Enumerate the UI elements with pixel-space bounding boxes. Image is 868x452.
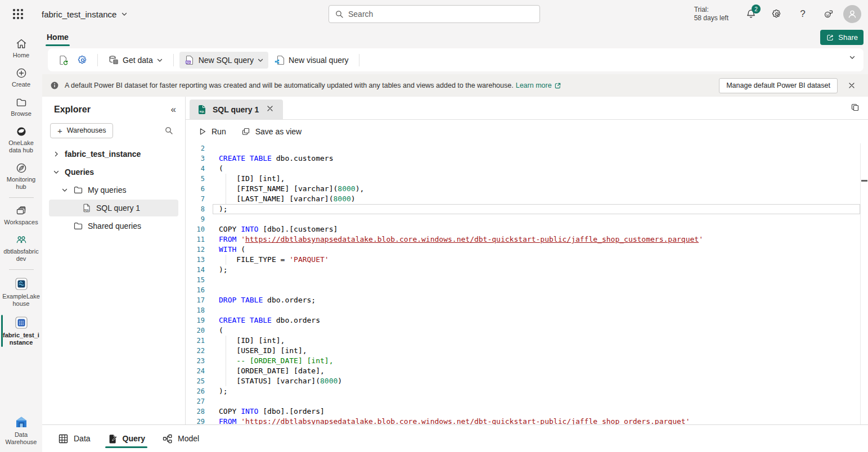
explorer-search-button[interactable] bbox=[160, 122, 177, 139]
rail-item-create[interactable]: Create bbox=[1, 63, 42, 92]
tab-sql-query-1[interactable]: SQL SQL query 1 bbox=[190, 100, 283, 119]
rail-item-home[interactable]: Home bbox=[1, 34, 42, 63]
refresh-dataset-button[interactable] bbox=[55, 52, 73, 69]
toolbar-divider bbox=[97, 54, 98, 66]
code-line-22[interactable]: 22 [USER_ID] [int], bbox=[186, 346, 868, 356]
query-action-bar: Run Save as view bbox=[186, 120, 868, 143]
toolbar-divider bbox=[359, 54, 359, 66]
rail-item-dbtlabsfabricdev[interactable]: dbtlabsfabricdev bbox=[1, 230, 42, 266]
new-sql-query-button[interactable]: SQL New SQL query bbox=[179, 52, 268, 69]
code-line-23[interactable]: 23 -- [ORDER_DATE] [int], bbox=[186, 356, 868, 366]
code-line-27[interactable]: 27 bbox=[186, 396, 868, 406]
code-text: [ID] [int], bbox=[219, 336, 285, 346]
view-tab-query[interactable]: Query bbox=[103, 425, 150, 452]
chevron-down-icon[interactable] bbox=[61, 187, 69, 193]
add-warehouses-button[interactable]: + Warehouses bbox=[50, 123, 113, 138]
code-line-16[interactable]: 16 bbox=[186, 285, 868, 295]
line-number: 9 bbox=[186, 214, 205, 224]
learn-more-link[interactable]: Learn more bbox=[516, 82, 561, 89]
tree-item-my-queries[interactable]: My queries bbox=[49, 182, 178, 198]
dataset-settings-button[interactable] bbox=[74, 52, 92, 69]
code-line-17[interactable]: 17DROP TABLE dbo.orders; bbox=[186, 295, 868, 305]
help-button[interactable]: ? bbox=[791, 3, 814, 25]
settings-button[interactable] bbox=[766, 3, 788, 25]
code-text: ( bbox=[219, 164, 223, 174]
tree-item-queries[interactable]: Queries bbox=[49, 164, 178, 180]
new-visual-query-button[interactable]: New visual query bbox=[269, 52, 353, 69]
code-line-3[interactable]: 3CREATE TABLE dbo.customers bbox=[186, 153, 868, 164]
monitoring-icon bbox=[15, 162, 28, 174]
search-input[interactable] bbox=[348, 10, 534, 19]
code-line-2[interactable]: 2 bbox=[186, 143, 868, 153]
notifications-button[interactable]: 2 bbox=[740, 3, 762, 25]
code-line-10[interactable]: 10COPY INTO [dbo].[customers] bbox=[186, 224, 868, 234]
code-line-6[interactable]: 6 [FIRST_NAME] [varchar](8000), bbox=[186, 184, 868, 194]
rail-item-monitoring-hub[interactable]: Monitoring hub bbox=[1, 158, 42, 195]
rail-item-onelake-data-hub[interactable]: OneLake data hub bbox=[1, 121, 42, 158]
code-line-15[interactable]: 15 bbox=[186, 275, 868, 285]
tab-home-label: Home bbox=[47, 33, 69, 42]
code-line-14[interactable]: 14); bbox=[186, 265, 868, 275]
rail-item-fabric-test-instance[interactable]: fabric_test_instance bbox=[1, 311, 42, 350]
code-line-21[interactable]: 21 [ID] [int], bbox=[186, 336, 868, 346]
save-view-icon bbox=[241, 126, 251, 137]
applake-icon bbox=[14, 277, 29, 291]
global-search[interactable] bbox=[329, 5, 540, 23]
code-line-20[interactable]: 20( bbox=[186, 326, 868, 336]
code-line-7[interactable]: 7 [LAST_NAME] [varchar](8000) bbox=[186, 194, 868, 204]
code-line-4[interactable]: 4( bbox=[186, 164, 868, 174]
tree-item-fabric-test-instance[interactable]: fabric_test_instance bbox=[49, 146, 178, 162]
code-text: DROP TABLE dbo.orders; bbox=[219, 295, 316, 305]
code-line-29[interactable]: 29FROM 'https://dbtlabsynapsedatalake.bl… bbox=[186, 417, 868, 424]
rail-item-workspaces[interactable]: Workspaces bbox=[1, 201, 42, 230]
view-tab-data[interactable]: Data bbox=[53, 425, 95, 452]
view-tab-model[interactable]: Model bbox=[158, 425, 204, 452]
workspace-title-dropdown[interactable]: fabric_test_instance bbox=[42, 10, 128, 19]
editor-scrollbar-mark[interactable] bbox=[861, 180, 867, 182]
code-line-19[interactable]: 19CREATE TABLE dbo.orders bbox=[186, 315, 868, 326]
trial-status: Trial: 58 days left bbox=[694, 6, 728, 22]
code-line-25[interactable]: 25 [STATUS] [varchar](8000) bbox=[186, 376, 868, 386]
code-line-12[interactable]: 12WITH ( bbox=[186, 245, 868, 255]
rail-item-examplelakehouse[interactable]: ExampleLakehouse bbox=[1, 273, 42, 311]
code-text: [USER_ID] [int], bbox=[219, 346, 307, 356]
tree-item-label: Queries bbox=[65, 168, 94, 177]
get-data-button[interactable]: Get data bbox=[104, 52, 168, 69]
waffle-menu-button[interactable] bbox=[5, 0, 32, 28]
chevron-right-icon[interactable] bbox=[52, 151, 60, 157]
tab-close-button[interactable] bbox=[264, 103, 276, 115]
code-text: ); bbox=[219, 386, 228, 396]
feedback-button[interactable] bbox=[817, 3, 840, 25]
ribbon-collapse-button[interactable] bbox=[849, 53, 856, 63]
banner-close-button[interactable] bbox=[843, 77, 860, 94]
code-line-11[interactable]: 11FROM 'https://dbtlabsynapsedatalake.bl… bbox=[186, 234, 868, 245]
code-line-26[interactable]: 26); bbox=[186, 386, 868, 396]
code-line-9[interactable]: 9 bbox=[186, 214, 868, 224]
chevron-down-icon[interactable] bbox=[52, 169, 60, 175]
line-number: 13 bbox=[186, 255, 205, 265]
rail-item-data-warehouse[interactable]: Data Warehouse bbox=[1, 411, 42, 450]
account-avatar[interactable] bbox=[843, 5, 861, 23]
document-refresh-icon bbox=[58, 55, 69, 66]
tree-item-shared-queries[interactable]: Shared queries bbox=[49, 218, 178, 234]
code-line-28[interactable]: 28COPY INTO [dbo].[orders] bbox=[186, 406, 868, 417]
run-button[interactable]: Run bbox=[198, 127, 226, 136]
share-button[interactable]: Share bbox=[820, 30, 863, 45]
code-line-8[interactable]: 8); bbox=[186, 204, 868, 214]
tree-item-sql-query-1[interactable]: SQLSQL query 1 bbox=[49, 200, 178, 216]
save-as-view-button[interactable]: Save as view bbox=[241, 126, 302, 137]
rail-item-browse[interactable]: Browse bbox=[1, 92, 42, 121]
datawarehouse-icon bbox=[14, 415, 29, 430]
code-line-18[interactable]: 18 bbox=[186, 305, 868, 315]
tab-home[interactable]: Home bbox=[46, 28, 70, 46]
workspace-title: fabric_test_instance bbox=[42, 10, 116, 19]
code-line-5[interactable]: 5 [ID] [int], bbox=[186, 174, 868, 184]
code-line-13[interactable]: 13 FILE_TYPE = 'PARQUET' bbox=[186, 255, 868, 265]
code-text: ( bbox=[219, 326, 223, 336]
copy-button[interactable] bbox=[850, 102, 860, 115]
sql-code-editor[interactable]: 23CREATE TABLE dbo.customers4(5 [ID] [in… bbox=[186, 143, 868, 424]
manage-dataset-button[interactable]: Manage default Power BI dataset bbox=[719, 78, 838, 93]
line-number: 5 bbox=[186, 174, 205, 184]
collapse-panel-button[interactable]: « bbox=[171, 104, 176, 115]
code-line-24[interactable]: 24 [ORDER_DATE] [date], bbox=[186, 366, 868, 376]
